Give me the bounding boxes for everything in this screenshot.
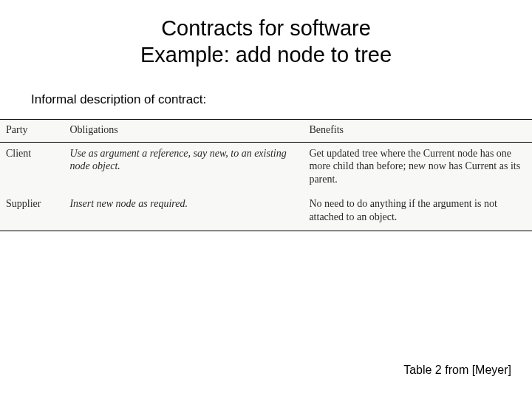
contract-table: Party Obligations Benefits Client Use as…	[0, 119, 532, 232]
table-caption: Table 2 from [Meyer]	[403, 364, 511, 377]
header-party: Party	[0, 119, 64, 142]
cell-benefits: Get updated tree where the Current node …	[303, 142, 532, 193]
header-benefits: Benefits	[303, 119, 532, 142]
table-row: Supplier Insert new node as required. No…	[0, 193, 532, 231]
cell-benefits: No need to do anything if the argument i…	[303, 193, 532, 231]
cell-party: Supplier	[0, 193, 64, 231]
header-obligations: Obligations	[64, 119, 303, 142]
title-line-1: Contracts for software	[161, 16, 371, 40]
slide-title: Contracts for software Example: add node…	[0, 0, 532, 69]
cell-obligations: Use as argument a reference, say new, to…	[64, 142, 303, 193]
cell-party: Client	[0, 142, 64, 193]
table-row: Client Use as argument a reference, say …	[0, 142, 532, 193]
table-scan: Party Obligations Benefits Client Use as…	[0, 119, 532, 232]
subheading: Informal description of contract:	[0, 92, 532, 107]
slide: Contracts for software Example: add node…	[0, 0, 532, 399]
table-header-row: Party Obligations Benefits	[0, 119, 532, 142]
title-line-2: Example: add node to tree	[140, 43, 392, 66]
cell-obligations: Insert new node as required.	[64, 193, 303, 231]
